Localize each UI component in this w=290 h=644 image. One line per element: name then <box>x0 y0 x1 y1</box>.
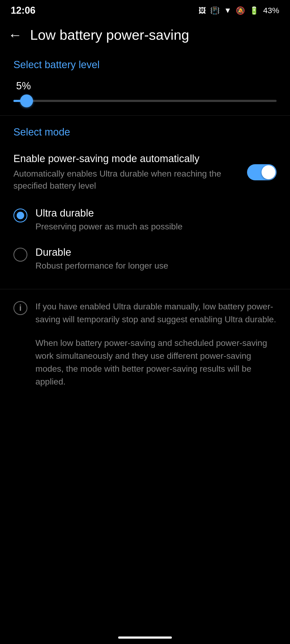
mode-section-label: Select mode <box>13 126 277 138</box>
info-paragraph-2: When low battery power-saving and schedu… <box>35 336 277 388</box>
info-paragraph-1: If you have enabled Ultra durable manual… <box>35 300 277 326</box>
wifi-icon: ▼ <box>224 6 231 15</box>
ultra-durable-title: Ultra durable <box>35 207 277 219</box>
durable-subtitle: Robust performance for longer use <box>35 261 277 271</box>
ultra-durable-subtitle: Preserving power as much as possible <box>35 222 277 232</box>
durable-option[interactable]: Durable Robust performance for longer us… <box>13 239 277 278</box>
mode-section: Select mode Enable power-saving mode aut… <box>0 116 290 289</box>
battery-level-section: Select battery level 5% <box>0 48 290 116</box>
ultra-durable-radio[interactable] <box>13 208 27 222</box>
enable-powersaving-text: Enable power-saving mode automatically A… <box>13 153 247 192</box>
durable-text: Durable Robust performance for longer us… <box>35 247 277 271</box>
page-title: Low battery power-saving <box>30 27 189 43</box>
battery-percent: 43% <box>263 6 279 15</box>
ultra-durable-radio-inner <box>17 212 24 219</box>
vibrate-icon: 📳 <box>210 6 220 15</box>
enable-powersaving-row[interactable]: Enable power-saving mode automatically A… <box>13 148 277 197</box>
ultra-durable-text: Ultra durable Preserving power as much a… <box>35 207 277 232</box>
page-header: ← Low battery power-saving <box>0 19 290 48</box>
status-time: 12:06 <box>11 5 35 16</box>
durable-title: Durable <box>35 247 277 258</box>
battery-percentage-value: 5% <box>13 80 277 92</box>
info-text-block: If you have enabled Ultra durable manual… <box>35 300 277 388</box>
durable-radio[interactable] <box>13 248 27 262</box>
bottom-nav-indicator <box>118 636 172 639</box>
enable-powersaving-title: Enable power-saving mode automatically <box>13 153 239 164</box>
battery-slider-container[interactable] <box>13 97 277 105</box>
info-row: i If you have enabled Ultra durable manu… <box>13 300 277 388</box>
battery-icon: 🔋 <box>249 6 259 15</box>
ultra-durable-option[interactable]: Ultra durable Preserving power as much a… <box>13 200 277 239</box>
toggle-track <box>247 164 277 180</box>
status-icons: 🖼 📳 ▼ 🔕 🔋 43% <box>198 6 279 15</box>
info-section: i If you have enabled Ultra durable manu… <box>0 289 290 399</box>
status-bar: 12:06 🖼 📳 ▼ 🔕 🔋 43% <box>0 0 290 19</box>
toggle-thumb <box>262 165 276 179</box>
back-button[interactable]: ← <box>8 28 22 42</box>
notification-icon: 🔕 <box>236 6 245 15</box>
enable-powersaving-subtitle: Automatically enables Ultra durable when… <box>13 168 239 192</box>
gallery-icon: 🖼 <box>198 6 206 15</box>
battery-level-label: Select battery level <box>13 59 277 71</box>
enable-powersaving-toggle[interactable] <box>247 164 277 180</box>
info-icon: i <box>13 301 27 315</box>
